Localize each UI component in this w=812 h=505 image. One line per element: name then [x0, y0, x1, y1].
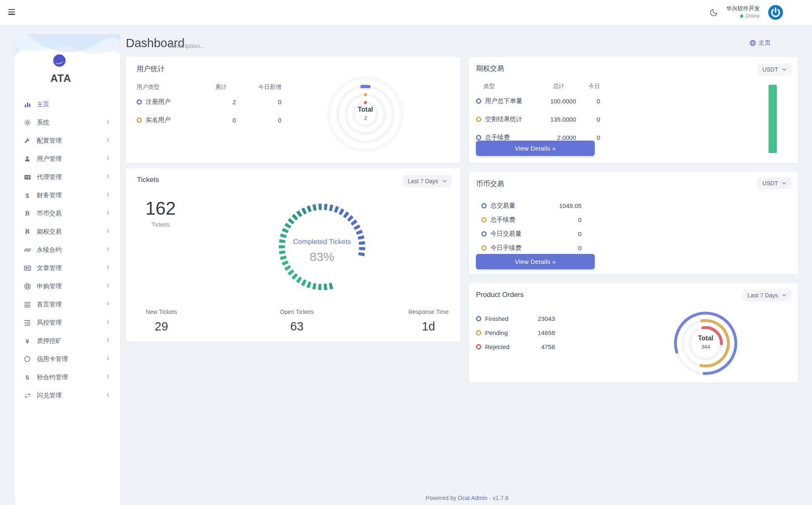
sidebar-item-perpetual[interactable]: 永续合约 [15, 241, 120, 259]
footer-dcat-link[interactable]: Dcat Admin [458, 495, 488, 501]
sidebar-item-label: 风控管理 [37, 319, 62, 327]
sidebar-item-users[interactable]: 用户管理 [15, 150, 120, 168]
row-total: 0 [206, 117, 236, 124]
chevron-left-icon [106, 301, 111, 306]
gauge-label: Completed Tickets [247, 238, 396, 246]
donut-center: Total 344 [670, 335, 741, 350]
tickets-count-label: Tickets [137, 221, 185, 228]
footer-separator: · [489, 495, 491, 501]
user-stats-card: 用户统计 用户类型 累计 今日新增 注册用户 2 0 实名用户 0 0 [126, 57, 460, 163]
row-label: 今日交易量 [490, 230, 521, 238]
product-orders-card: Product Orders Finished 23043 Pending 14… [469, 283, 798, 383]
sidebar-item-label: 主页 [37, 101, 49, 108]
donut-total-value: 344 [670, 344, 741, 350]
row-label: 总手续费 [490, 216, 515, 224]
blue-ring-icon [137, 99, 142, 105]
tickets-stats-row: New Tickets 29 Open Tickets 63 Response … [137, 309, 449, 333]
row-today: 0 [236, 117, 281, 124]
sidebar-item-label: 质押挖矿 [37, 337, 62, 345]
globe-icon [750, 40, 756, 46]
options-bar-chart [769, 85, 777, 153]
online-status-dot [740, 14, 743, 18]
chevron-left-icon [106, 247, 111, 252]
life-ring-icon [23, 283, 31, 290]
col-today-new: 今日新增 [236, 84, 281, 91]
chevron-left-icon [106, 119, 111, 124]
sidebar-item-label: 用户管理 [37, 155, 62, 163]
sidebar-item-system[interactable]: 系统 [15, 113, 120, 132]
options-view-details-button[interactable]: View Details » [476, 141, 595, 156]
sidebar-item-homepage[interactable]: 首页管理 [15, 295, 120, 314]
sidebar-item-subscription[interactable]: 申购管理 [15, 277, 120, 295]
chevron-down-icon [782, 68, 786, 71]
sidebar-menu: 主页 系统 配置管理 用户管理 代理管理 [15, 95, 120, 404]
tickets-filter-select[interactable]: Last 7 Days [402, 175, 452, 187]
user-menu[interactable]: 华兴软件开发 Online [726, 5, 760, 19]
sidebar-item-label: 永续合约 [37, 246, 62, 254]
sidebar-item-flash-exchange[interactable]: 闪兑管理 [15, 386, 120, 404]
row-label: 交割结果统计 [485, 115, 522, 123]
row-total: 2 [206, 98, 236, 105]
coin-currency-select[interactable]: USDT [757, 177, 792, 189]
chevron-left-icon [106, 192, 111, 197]
sidebar-item-label: 申购管理 [37, 282, 62, 290]
sidebar-item-risk-control[interactable]: 风控管理 [15, 314, 120, 332]
row-label: Pending [485, 329, 508, 336]
orange-ring-icon [481, 245, 487, 251]
donut-total-value: 2 [322, 115, 409, 121]
outdent-icon [23, 319, 31, 326]
col-today: 今日 [576, 83, 600, 90]
sidebar-item-label: 秒合约管理 [37, 373, 68, 381]
stat-label: New Tickets [137, 309, 185, 315]
chevron-left-icon [106, 392, 111, 397]
red-ring-icon [476, 344, 481, 349]
bar-chart-icon [23, 101, 31, 108]
row-today: 0 [576, 98, 600, 105]
sidebar-item-home[interactable]: 主页 [15, 95, 120, 113]
sidebar-item-label: 期权交易 [37, 228, 62, 236]
blue-ring-icon [481, 203, 487, 208]
sidebar-item-label: 文章管理 [37, 264, 62, 272]
chevron-left-icon [106, 156, 111, 161]
coin-trading-card: 币币交易 总交易量 1049.05 总手续费 0 今日交易量 0 今日手续费 0 [469, 172, 798, 274]
sidebar-item-credit-card[interactable]: 信用卡管理 [15, 350, 120, 368]
coin-view-details-button[interactable]: View Details » [476, 254, 595, 269]
chevron-left-icon [106, 337, 111, 343]
row-value: 4758 [534, 343, 555, 350]
sidebar-item-options-trading[interactable]: Ƀ 期权交易 [15, 223, 120, 241]
row-label: 实名用户 [146, 116, 171, 124]
sidebar-item-staking[interactable]: ¥ 质押挖矿 [15, 332, 120, 350]
chevron-left-icon [106, 319, 111, 325]
hamburger-menu-icon[interactable] [8, 9, 15, 15]
user-avatar[interactable] [768, 5, 783, 20]
dark-mode-moon-icon[interactable] [709, 8, 718, 17]
row-value: 14658 [534, 329, 555, 336]
tickets-count: 162 Tickets [137, 198, 185, 228]
sidebar-item-label: 币币交易 [37, 210, 62, 218]
sidebar-item-finance[interactable]: $ 财务管理 [15, 186, 120, 204]
newspaper-icon [23, 265, 31, 272]
bitcoin-icon: Ƀ [23, 228, 31, 235]
sidebar-item-config[interactable]: 配置管理 [15, 132, 120, 150]
row-label: 注册用户 [146, 98, 171, 106]
chevron-left-icon [106, 228, 111, 234]
sidebar-item-second-contract[interactable]: 5 秒合约管理 [15, 368, 120, 386]
sidebar-item-agents[interactable]: 代理管理 [15, 168, 120, 186]
breadcrumb[interactable]: 主页 [750, 39, 771, 47]
row-total: 100.0000 [541, 98, 576, 105]
chain-link-icon [23, 247, 31, 254]
user-icon [23, 156, 31, 162]
options-currency-select[interactable]: USDT [757, 63, 792, 76]
row-today: 0 [576, 134, 600, 141]
orders-filter-select[interactable]: Last 7 Days [742, 289, 792, 302]
chevron-left-icon [106, 174, 111, 179]
orange-ring-icon [137, 117, 142, 123]
filter-value: Last 7 Days [747, 292, 778, 299]
exchange-icon [23, 392, 31, 399]
sidebar-item-spot-trading[interactable]: B 币币交易 [15, 204, 120, 223]
row-value: 1049.05 [543, 202, 581, 209]
sidebar-item-articles[interactable]: 文章管理 [15, 259, 120, 277]
chevron-left-icon [106, 356, 111, 361]
sidebar-wave-decoration [15, 34, 120, 72]
row-total: 135.0000 [541, 116, 576, 123]
